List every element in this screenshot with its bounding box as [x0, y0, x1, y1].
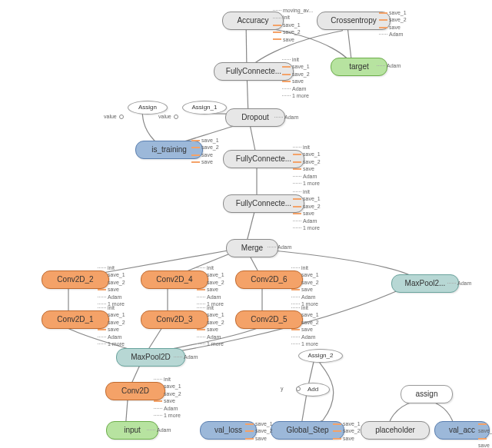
sidelink-item: Adam — [282, 85, 310, 92]
pillet-add: y — [281, 385, 284, 392]
node-label: Dropout — [241, 114, 269, 121]
node-label: MaxPool2... — [405, 280, 446, 287]
node-conv2d_2[interactable]: Conv2D_2 — [42, 270, 109, 289]
node-input[interactable]: input — [106, 421, 158, 440]
node-assign_bot[interactable]: Assign_2 — [298, 349, 343, 363]
node-label: FullyConnecte... — [236, 155, 291, 163]
node-target[interactable]: target — [331, 58, 387, 76]
pillet-pin — [119, 114, 124, 119]
node-label: Merge — [241, 244, 263, 252]
node-conv2d_5[interactable]: Conv2D_5 — [235, 310, 303, 329]
node-conv2d_4[interactable]: Conv2D_4 — [141, 270, 208, 289]
node-fc_low[interactable]: FullyConnecte... — [223, 194, 304, 213]
node-accuracy[interactable]: Accuracy — [222, 12, 284, 30]
sidelink-item: Adam — [98, 294, 125, 300]
sidelink-item: save — [273, 36, 313, 43]
node-is_training[interactable]: is_training — [135, 141, 203, 159]
node-label: Conv2D_4 — [156, 276, 192, 284]
node-maxpool_r[interactable]: MaxPool2... — [391, 274, 459, 293]
sidelink-item: 1 more — [282, 92, 310, 99]
node-label: is_training — [151, 146, 187, 154]
node-dropout[interactable]: Dropout — [225, 108, 285, 127]
node-assign_top_a[interactable]: Assign — [128, 101, 168, 114]
sidelink-item: Adam — [197, 294, 224, 300]
node-label: Conv2D_3 — [156, 316, 192, 324]
sidelink-item: 1 more — [293, 224, 321, 231]
node-val_acc[interactable]: val_acc — [434, 421, 490, 440]
sidelink-item: 1 more — [98, 300, 125, 307]
node-label: assign — [416, 390, 438, 398]
node-label: Conv2D_5 — [251, 316, 287, 324]
node-label: Assign — [138, 105, 157, 111]
node-placeholder[interactable]: placeholder — [361, 421, 430, 440]
sidelink-item: Adam — [291, 294, 319, 300]
node-label: Assign_2 — [308, 353, 334, 359]
sidelink-item: 1 more — [154, 412, 181, 419]
node-conv2d_3[interactable]: Conv2D_3 — [141, 310, 208, 329]
node-conv2d_6[interactable]: Conv2D_6 — [235, 270, 303, 289]
node-maxpool_l[interactable]: MaxPool2D — [116, 348, 185, 367]
node-fc_mid[interactable]: FullyConnecte... — [223, 150, 304, 168]
pillet-pin — [174, 114, 178, 119]
node-conv2d[interactable]: Conv2D — [105, 382, 165, 400]
node-label: input — [124, 426, 141, 434]
sidelink-item: Adam — [379, 31, 407, 38]
node-label: FullyConnecte... — [236, 200, 291, 207]
node-label: placeholder — [375, 426, 415, 434]
node-label: Global_Step — [286, 426, 328, 434]
node-add[interactable]: Add — [296, 383, 330, 397]
sidelink-item: Adam — [291, 334, 319, 340]
node-fc_top[interactable]: FullyConnecte... — [214, 62, 294, 81]
node-label: val_acc — [449, 426, 475, 434]
sidelink-item: Adam — [197, 334, 224, 340]
sidelink-item: 1 more — [293, 180, 321, 187]
node-label: Conv2D_6 — [251, 276, 287, 284]
node-label: target — [349, 63, 369, 71]
node-label: Add — [308, 387, 318, 393]
node-assign[interactable]: assign — [401, 385, 453, 403]
node-global_step[interactable]: Global_Step — [271, 421, 344, 440]
pillet-assign_top_b: value — [158, 113, 171, 120]
sidelink-item: 1 more — [291, 300, 319, 307]
sidelink-item: 1 more — [291, 340, 319, 347]
node-val_loss[interactable]: val_loss — [200, 421, 257, 440]
node-label: Conv2D — [121, 387, 149, 395]
sidelink-item: Adam — [293, 217, 321, 224]
node-assign_top_b[interactable]: Assign_1 — [182, 101, 227, 114]
sidelink-item: 1 more — [197, 340, 224, 347]
sidelink-item: save — [191, 158, 219, 165]
sidelink-item: 1 more — [197, 300, 224, 307]
node-label: Assign_1 — [192, 105, 218, 111]
sidelink-item: 1 more — [98, 340, 125, 347]
sidelink-item: Adam — [98, 334, 125, 340]
node-crossentropy[interactable]: Crossentropy — [317, 12, 391, 30]
node-label: Accuracy — [237, 17, 268, 25]
pillet-assign_top_a: value — [104, 113, 117, 120]
node-label: FullyConnecte... — [226, 68, 281, 75]
sidelink-item: Adam — [293, 173, 321, 180]
node-label: Conv2D_2 — [57, 276, 93, 284]
node-conv2d_1[interactable]: Conv2D_1 — [42, 310, 109, 329]
sidelink-item: Adam — [154, 405, 181, 412]
node-label: Conv2D_1 — [57, 316, 93, 324]
node-label: MaxPool2D — [131, 353, 171, 361]
node-label: Crossentropy — [331, 17, 376, 25]
node-label: val_loss — [214, 426, 242, 434]
node-merge[interactable]: Merge — [226, 239, 278, 257]
sidelink-item: save_2 — [273, 28, 313, 35]
